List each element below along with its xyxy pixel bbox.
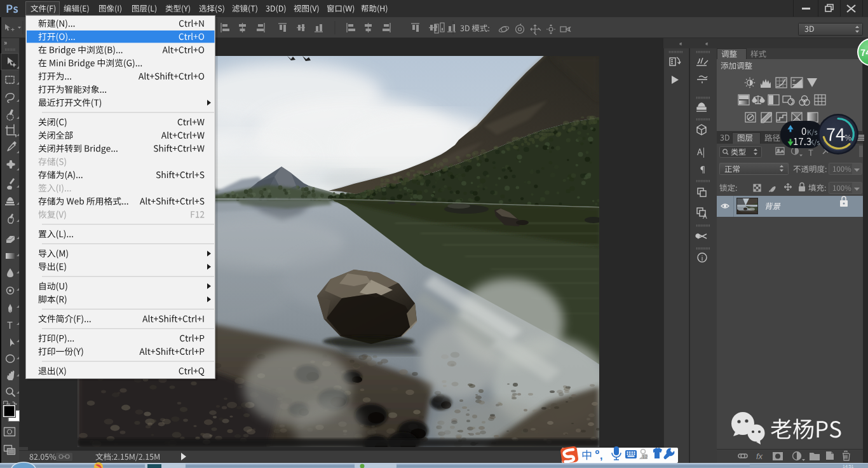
svg-text:,: ,: [600, 450, 602, 461]
svg-text:14:51: 14:51: [843, 464, 854, 468]
svg-text:fx: fx: [756, 451, 763, 461]
svg-text:12: 12: [642, 454, 648, 460]
